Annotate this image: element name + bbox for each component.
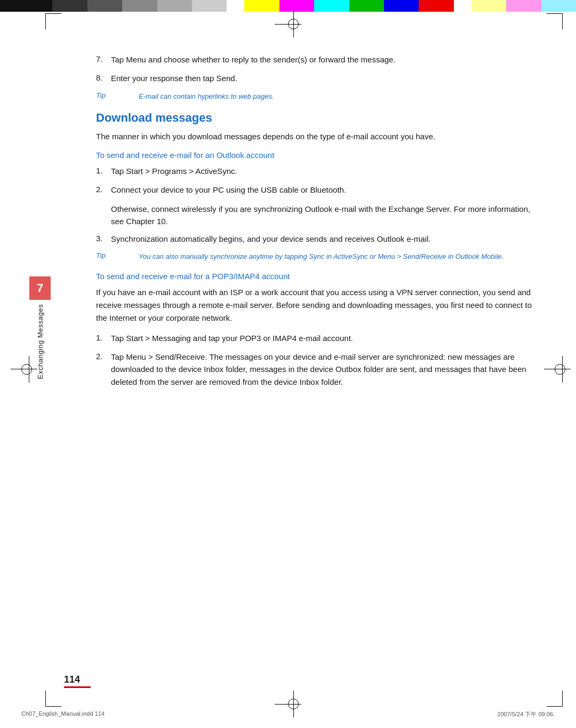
sub2-text-1: Tap Start > Messaging and tap your POP3 … xyxy=(111,332,353,344)
corner-mark-tr xyxy=(547,13,563,29)
sub1-text-1: Tap Start > Programs > ActiveSync. xyxy=(111,165,237,177)
sub1-num-2: 2. xyxy=(96,184,111,196)
item-text-8: Enter your response then tap Send. xyxy=(111,72,237,84)
sub1-item-2: 2. Connect your device to your PC using … xyxy=(96,184,533,196)
main-content: 7. Tap Menu and choose whether to reply … xyxy=(96,53,533,675)
sub2-num-2: 2. xyxy=(96,351,111,388)
color-black xyxy=(0,0,52,12)
sub1-num-1: 1. xyxy=(96,165,111,177)
page-number-area: 114 xyxy=(64,674,91,688)
list-item-8: 8. Enter your response then tap Send. xyxy=(96,72,533,84)
section-body: The manner in which you download message… xyxy=(96,130,533,143)
item-text-7: Tap Menu and choose whether to reply to … xyxy=(111,53,396,66)
footer-right: 2007/5/24 下午 09:06: xyxy=(497,710,555,718)
tip-1-text: E-mail can contain hyperlinks to web pag… xyxy=(139,91,274,102)
footer-left: Ch07_English_Manual.indd 114 xyxy=(21,710,105,718)
item-number-8: 8. xyxy=(96,72,111,84)
page-number: 114 xyxy=(64,674,91,685)
color-cyan xyxy=(314,0,349,12)
corner-mark-br xyxy=(547,691,563,707)
sub2-item-2: 2. Tap Menu > Send/Receive. The messages… xyxy=(96,351,533,388)
tip-2-label: Tip xyxy=(96,251,139,259)
tip-1: Tip E-mail can contain hyperlinks to web… xyxy=(96,91,533,102)
subsection2-list: 1. Tap Start > Messaging and tap your PO… xyxy=(96,332,533,388)
sub2-item-1: 1. Tap Start > Messaging and tap your PO… xyxy=(96,332,533,344)
list-item-7: 7. Tap Menu and choose whether to reply … xyxy=(96,53,533,66)
color-yellow xyxy=(244,0,279,12)
subsection2-title: To send and receive e-mail for a POP3/IM… xyxy=(96,272,533,281)
footer: Ch07_English_Manual.indd 114 2007/5/24 下… xyxy=(0,710,576,718)
color-light-yellow xyxy=(471,0,506,12)
otherwise-block: Otherwise, connect wirelessly if you are… xyxy=(111,203,533,228)
subsection1-list: 1. Tap Start > Programs > ActiveSync. 2.… xyxy=(96,165,533,245)
tip-2: Tip You can also manually synchronize an… xyxy=(96,251,533,262)
color-dark-gray1 xyxy=(52,0,87,12)
color-red xyxy=(419,0,453,12)
top-color-bar xyxy=(0,0,576,12)
sub1-text-3: Synchronization automatically begins, an… xyxy=(111,233,431,245)
page-number-underline xyxy=(64,686,91,688)
chapter-tab: 7 Exchanging Messages xyxy=(29,276,51,379)
section-title: Download messages xyxy=(96,111,533,125)
color-light-magenta xyxy=(506,0,541,12)
color-dark-gray2 xyxy=(87,0,122,12)
item-number-7: 7. xyxy=(96,53,111,66)
color-mid-gray2 xyxy=(157,0,192,12)
color-white xyxy=(227,0,244,12)
corner-mark-bl xyxy=(45,691,61,707)
subsection1-title: To send and receive e-mail for an Outloo… xyxy=(96,151,533,160)
sub1-item-3: 3. Synchronization automatically begins,… xyxy=(96,233,533,245)
color-light-cyan xyxy=(541,0,576,12)
sub2-text-2: Tap Menu > Send/Receive. The messages on… xyxy=(111,351,533,388)
sub1-item-1: 1. Tap Start > Programs > ActiveSync. xyxy=(96,165,533,177)
color-white2 xyxy=(454,0,471,12)
color-blue xyxy=(384,0,419,12)
color-mid-gray1 xyxy=(122,0,157,12)
chapter-number: 7 xyxy=(29,276,51,300)
corner-mark-tl xyxy=(45,13,61,29)
color-green xyxy=(349,0,384,12)
subsection2-body: If you have an e-mail account with an IS… xyxy=(96,286,533,325)
sub2-num-1: 1. xyxy=(96,332,111,344)
sub1-num-3: 3. xyxy=(96,233,111,245)
sub1-text-2: Connect your device to your PC using the… xyxy=(111,184,346,196)
tip-1-label: Tip xyxy=(96,91,139,99)
color-magenta xyxy=(279,0,314,12)
chapter-label: Exchanging Messages xyxy=(36,304,44,379)
color-light-gray xyxy=(192,0,227,12)
tip-2-text: You can also manually synchronize anytim… xyxy=(139,251,503,262)
